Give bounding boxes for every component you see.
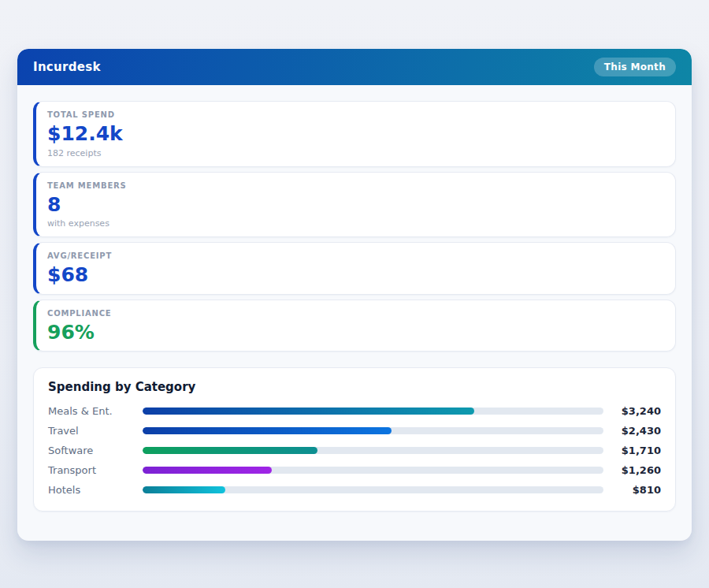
stat-card-team-members: TEAM MEMBERS 8 with expenses	[33, 172, 676, 238]
app-title: Incurdesk	[33, 60, 101, 74]
chart-row-transport: Transport $1,260	[48, 460, 661, 480]
bar-track	[143, 408, 603, 415]
category-label: Meals & Ent.	[48, 405, 143, 417]
bar-track	[143, 447, 603, 454]
stat-card-total-spend: TOTAL SPEND $12.4k 182 receipts	[33, 101, 676, 167]
category-label: Travel	[48, 425, 143, 437]
category-value: $3,240	[603, 405, 661, 417]
stat-subtitle: with expenses	[47, 218, 663, 229]
bar-fill	[143, 427, 392, 434]
chart-title: Spending by Category	[48, 380, 661, 394]
stat-label: AVG/RECEIPT	[47, 251, 663, 260]
stat-value: 8	[47, 194, 663, 216]
stat-label: TOTAL SPEND	[47, 110, 663, 119]
dashboard-card: Incurdesk This Month TOTAL SPEND $12.4k …	[17, 49, 692, 541]
period-badge[interactable]: This Month	[594, 58, 676, 76]
category-label: Transport	[48, 464, 143, 476]
category-label: Software	[48, 445, 143, 456]
category-value: $2,430	[603, 425, 661, 437]
chart-row-meals: Meals & Ent. $3,240	[48, 401, 661, 421]
category-label: Hotels	[48, 484, 143, 496]
stat-label: COMPLIANCE	[47, 309, 663, 318]
bar-fill	[143, 447, 317, 454]
category-value: $1,710	[603, 445, 661, 456]
chart-row-software: Software $1,710	[48, 441, 661, 460]
bar-track	[143, 427, 603, 434]
bar-fill	[143, 408, 474, 415]
chart-row-travel: Travel $2,430	[48, 421, 661, 441]
dashboard-body: TOTAL SPEND $12.4k 182 receipts TEAM MEM…	[17, 85, 692, 527]
category-value: $810	[603, 484, 661, 496]
stat-card-avg-receipt: AVG/RECEIPT $68	[33, 242, 676, 295]
stat-value: 96%	[47, 322, 663, 344]
stat-card-compliance: COMPLIANCE 96%	[33, 300, 676, 352]
bar-fill	[143, 467, 272, 474]
bar-track	[143, 467, 603, 474]
bar-track	[143, 486, 603, 493]
stat-subtitle: 182 receipts	[47, 148, 663, 158]
app-header: Incurdesk This Month	[17, 49, 692, 85]
bar-fill	[143, 486, 225, 493]
stat-value: $68	[47, 264, 663, 286]
category-value: $1,260	[603, 464, 661, 476]
spending-by-category-chart: Spending by Category Meals & Ent. $3,240…	[33, 367, 676, 512]
stat-value: $12.4k	[47, 123, 663, 145]
stat-label: TEAM MEMBERS	[47, 181, 663, 190]
chart-row-hotels: Hotels $810	[48, 480, 661, 500]
